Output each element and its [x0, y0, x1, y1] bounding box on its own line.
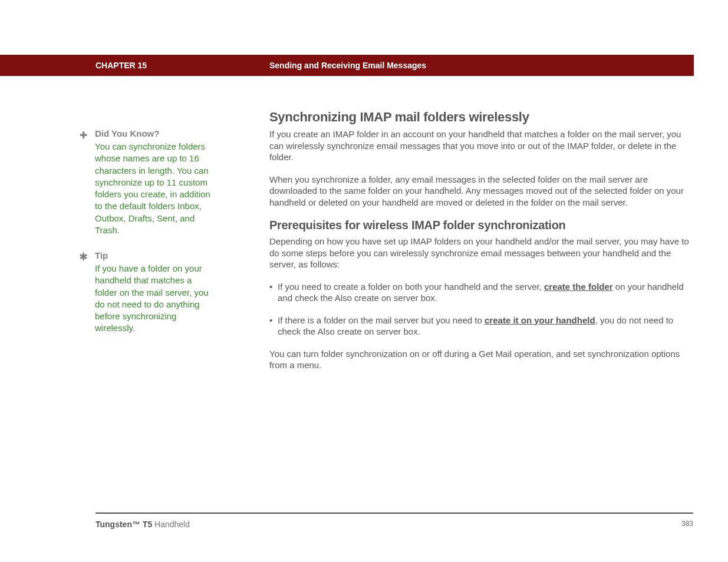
bullet-list: If you need to create a folder on both y…: [269, 281, 694, 338]
main-content: Synchronizing IMAP mail folders wireless…: [269, 110, 694, 382]
list-item: If you need to create a folder on both y…: [269, 281, 694, 304]
list-item: If there is a folder on the mail server …: [269, 315, 694, 338]
section-heading-1: Synchronizing IMAP mail folders wireless…: [269, 110, 694, 125]
chapter-number: CHAPTER 15: [95, 61, 147, 70]
tip-body: If you have a folder on your handheld th…: [95, 263, 213, 335]
page-footer: Tungsten™ T5 Handheld 383: [95, 513, 693, 529]
product-name-bold: Tungsten™ T5: [95, 520, 152, 529]
did-you-know-box: Did You Know? You can synchronize folder…: [77, 128, 213, 236]
did-you-know-body: You can synchronize folders whose names …: [95, 141, 213, 236]
tip-box: Tip If you have a folder on your handhel…: [77, 250, 213, 335]
sidebar: Did You Know? You can synchronize folder…: [77, 128, 213, 349]
product-name-rest: Handheld: [152, 520, 190, 529]
page-number: 383: [681, 520, 693, 528]
tip-title: Tip: [95, 250, 213, 260]
paragraph: Depending on how you have set up IMAP fo…: [269, 236, 694, 270]
paragraph: You can turn folder synchronization on o…: [269, 348, 694, 371]
asterisk-icon: [77, 250, 89, 262]
section-heading-2: Prerequisites for wireless IMAP folder s…: [269, 219, 694, 232]
paragraph: If you create an IMAP folder in an accou…: [269, 128, 694, 163]
create-folder-link[interactable]: create the folder: [544, 282, 613, 292]
plus-icon: [77, 128, 89, 140]
list-text: If you need to create a folder on both y…: [278, 282, 544, 292]
paragraph: When you synchronize a folder, any email…: [269, 174, 694, 209]
did-you-know-title: Did You Know?: [95, 128, 213, 138]
chapter-title: Sending and Receiving Email Messages: [269, 61, 426, 70]
chapter-header: CHAPTER 15 Sending and Receiving Email M…: [0, 55, 694, 76]
list-text: If there is a folder on the mail server …: [278, 315, 485, 325]
create-on-handheld-link[interactable]: create it on your handheld: [485, 315, 595, 325]
